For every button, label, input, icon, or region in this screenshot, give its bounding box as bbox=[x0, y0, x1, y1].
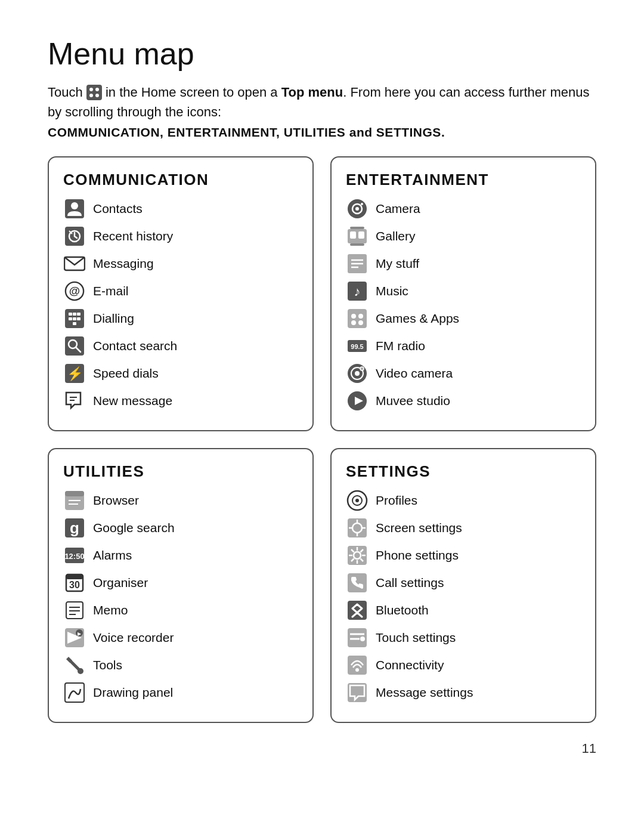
list-item: Message settings bbox=[346, 681, 581, 704]
bluetooth-icon bbox=[346, 599, 369, 622]
list-item: 12:50 Alarms bbox=[63, 544, 298, 567]
svg-point-42 bbox=[351, 314, 356, 319]
list-item: Memo bbox=[63, 599, 298, 622]
list-item: Profiles bbox=[346, 489, 581, 512]
page-title: Menu map bbox=[48, 36, 596, 72]
recent-history-label: Recent history bbox=[93, 229, 173, 243]
organiser-label: Organiser bbox=[93, 576, 148, 590]
svg-point-2 bbox=[89, 94, 93, 97]
list-item: Drawing panel bbox=[63, 681, 298, 704]
categories-line: COMMUNICATION, ENTERTAINMENT, UTILITIES … bbox=[48, 125, 596, 140]
list-item: New message bbox=[63, 390, 298, 412]
svg-rect-34 bbox=[358, 231, 364, 239]
list-item: Bluetooth bbox=[346, 599, 581, 622]
call-settings-label: Call settings bbox=[376, 576, 444, 590]
video-camera-label: Video camera bbox=[376, 366, 453, 381]
music-label: Music bbox=[376, 284, 408, 298]
svg-rect-16 bbox=[73, 317, 76, 320]
messaging-label: Messaging bbox=[93, 257, 154, 271]
gallery-icon bbox=[346, 225, 369, 248]
svg-rect-13 bbox=[73, 313, 76, 316]
contacts-icon bbox=[63, 197, 86, 220]
entertainment-title: ENTERTAINMENT bbox=[346, 171, 581, 189]
google-search-label: Google search bbox=[93, 521, 175, 535]
my-stuff-icon bbox=[346, 252, 369, 275]
svg-point-74 bbox=[78, 668, 83, 674]
message-settings-icon bbox=[346, 681, 369, 704]
list-item: Browser bbox=[63, 489, 298, 512]
list-item: g Google search bbox=[63, 517, 298, 539]
svg-point-0 bbox=[89, 88, 93, 91]
svg-rect-12 bbox=[69, 313, 72, 316]
list-item: Games & Apps bbox=[346, 307, 581, 330]
games-apps-label: Games & Apps bbox=[376, 311, 459, 326]
list-item: Call settings bbox=[346, 571, 581, 594]
svg-text:g: g bbox=[70, 519, 79, 537]
voice-recorder-icon: ▶ bbox=[63, 626, 86, 649]
svg-rect-19 bbox=[65, 336, 84, 356]
alarms-label: Alarms bbox=[93, 548, 132, 563]
svg-rect-15 bbox=[69, 317, 72, 320]
svg-text:♪: ♪ bbox=[354, 284, 361, 299]
screen-settings-icon bbox=[346, 517, 369, 539]
profiles-label: Profiles bbox=[376, 493, 417, 508]
alarms-icon: 12:50 bbox=[63, 544, 86, 567]
svg-point-28 bbox=[355, 207, 359, 211]
svg-rect-63 bbox=[66, 574, 83, 579]
fm-radio-icon: 99.5 bbox=[346, 335, 369, 357]
contact-search-label: Contact search bbox=[93, 339, 177, 353]
my-stuff-label: My stuff bbox=[376, 257, 419, 271]
svg-point-78 bbox=[355, 499, 359, 502]
svg-point-51 bbox=[360, 367, 364, 370]
svg-rect-17 bbox=[77, 317, 80, 320]
muvee-studio-label: Muvee studio bbox=[376, 394, 450, 408]
recent-history-icon bbox=[63, 225, 86, 248]
svg-point-43 bbox=[358, 314, 363, 319]
new-message-label: New message bbox=[93, 394, 172, 408]
page-number: 11 bbox=[48, 741, 596, 756]
messaging-icon bbox=[63, 252, 86, 275]
svg-rect-33 bbox=[350, 231, 356, 239]
list-item: Connectivity bbox=[346, 654, 581, 676]
connectivity-label: Connectivity bbox=[376, 658, 444, 672]
profiles-icon bbox=[346, 489, 369, 512]
svg-rect-75 bbox=[65, 683, 84, 702]
fm-radio-label: FM radio bbox=[376, 339, 425, 353]
list-item: Dialling bbox=[63, 307, 298, 330]
phone-settings-label: Phone settings bbox=[376, 548, 459, 563]
svg-text:12:50: 12:50 bbox=[64, 552, 84, 561]
communication-title: COMMUNICATION bbox=[63, 171, 298, 189]
list-item: Camera bbox=[346, 197, 581, 220]
svg-rect-14 bbox=[77, 313, 80, 316]
svg-text:⚡: ⚡ bbox=[67, 366, 83, 382]
contacts-label: Contacts bbox=[93, 202, 143, 216]
tools-icon bbox=[63, 654, 86, 676]
svg-text:▶: ▶ bbox=[78, 631, 82, 637]
speed-dials-icon: ⚡ bbox=[63, 362, 86, 385]
entertainment-section: ENTERTAINMENT Camera bbox=[330, 156, 596, 431]
list-item: ▶ Voice recorder bbox=[63, 626, 298, 649]
svg-rect-32 bbox=[350, 243, 364, 246]
drawing-panel-label: Drawing panel bbox=[93, 685, 173, 700]
list-item: Screen settings bbox=[346, 517, 581, 539]
svg-rect-41 bbox=[348, 309, 367, 328]
list-item: Muvee studio bbox=[346, 390, 581, 412]
menu-grid: COMMUNICATION Contacts Recent bbox=[48, 156, 596, 723]
gallery-label: Gallery bbox=[376, 229, 416, 243]
call-settings-icon bbox=[346, 571, 369, 594]
svg-point-3 bbox=[95, 94, 99, 97]
email-icon: @ bbox=[63, 280, 86, 302]
settings-section: SETTINGS Profiles bbox=[330, 448, 596, 723]
connectivity-icon bbox=[346, 654, 369, 676]
svg-point-5 bbox=[71, 202, 78, 209]
svg-point-29 bbox=[361, 203, 363, 205]
phone-settings-icon bbox=[346, 544, 369, 567]
list-item: Contact search bbox=[63, 335, 298, 357]
drawing-panel-icon bbox=[63, 681, 86, 704]
svg-point-100 bbox=[360, 637, 365, 641]
list-item: 30 Organiser bbox=[63, 571, 298, 594]
memo-label: Memo bbox=[93, 603, 128, 617]
list-item: Phone settings bbox=[346, 544, 581, 567]
tools-label: Tools bbox=[93, 658, 122, 672]
video-camera-icon bbox=[346, 362, 369, 385]
